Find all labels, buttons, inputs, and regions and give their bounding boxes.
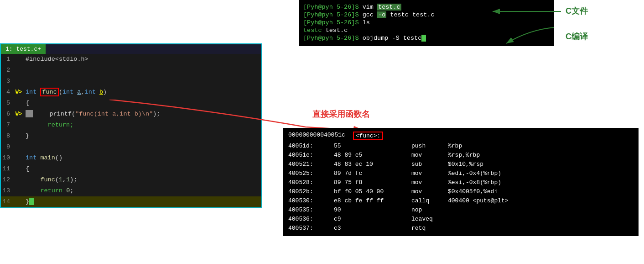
- c-file-arrow: [490, 4, 561, 17]
- code-line-9: 9: [1, 142, 261, 153]
- tb-row-10: 400537: c3 retq: [288, 223, 633, 232]
- c-file-label: C文件: [566, 5, 588, 16]
- code-line-5: 5 {: [1, 98, 261, 109]
- terminal-bottom: 000000000040051c <func>: 40051d: 55 push…: [283, 128, 639, 236]
- editor-tab[interactable]: 1: test.c+: [1, 44, 46, 54]
- tb-row-6: 40052b: bf f0 05 40 00 mov $0x4005f0,%ed…: [288, 187, 633, 196]
- line-content-1: #include<stdio.h>: [24, 54, 261, 65]
- code-line-14: 14 }: [1, 196, 261, 207]
- header-func: <func>:: [353, 132, 384, 140]
- func-name-label: 直接采用函数名: [312, 109, 370, 120]
- tb-row-7: 400530: e8 cb fe ff ff callq 400400 <put…: [288, 196, 633, 205]
- code-line-4: 4 W> int func(int a,int b): [1, 87, 261, 98]
- c-compile-label: C编译: [566, 31, 588, 42]
- code-editor[interactable]: 1: test.c+ 1 #include<stdio.h> 2 3 4 W> …: [0, 43, 262, 208]
- code-line-8: 8 }: [1, 131, 261, 142]
- tb-row-8: 400535: 90 nop: [288, 205, 633, 214]
- header-addr: 000000000040051c: [288, 132, 345, 140]
- tb-row-5: 400528: 89 75 f8 mov %esi,-0x8(%rbp): [288, 178, 633, 187]
- code-line-3: 3: [1, 76, 261, 87]
- code-line-12: 12 func(1,1);: [1, 174, 261, 185]
- code-line-1: 1 #include<stdio.h>: [1, 54, 261, 65]
- code-line-2: 2: [1, 65, 261, 76]
- terminal-bottom-header: 000000000040051c <func>:: [288, 132, 633, 140]
- code-line-6: 6 W> printf("func(int a,int b)\n");: [1, 109, 261, 120]
- code-area: 1 #include<stdio.h> 2 3 4 W> int func(in…: [1, 54, 261, 207]
- tb-row-2: 40051e: 48 89 e5 mov %rsp,%rbp: [288, 150, 633, 159]
- line-num-1: 1: [1, 54, 14, 65]
- c-compile-arrow: [502, 25, 556, 48]
- tb-row-1: 40051d: 55 push %rbp: [288, 141, 633, 150]
- tb-row-9: 400536: c9 leaveq: [288, 214, 633, 223]
- code-line-13: 13 return 0;: [1, 185, 261, 196]
- tb-row-4: 400525: 89 7d fc mov %edi,-0x4(%rbp): [288, 169, 633, 178]
- code-line-10: 10 int main(): [1, 153, 261, 164]
- code-line-7: 7 return;: [1, 120, 261, 131]
- code-line-11: 11 {: [1, 164, 261, 174]
- tb-row-3: 400521: 48 83 ec 10 sub $0x10,%rsp: [288, 159, 633, 169]
